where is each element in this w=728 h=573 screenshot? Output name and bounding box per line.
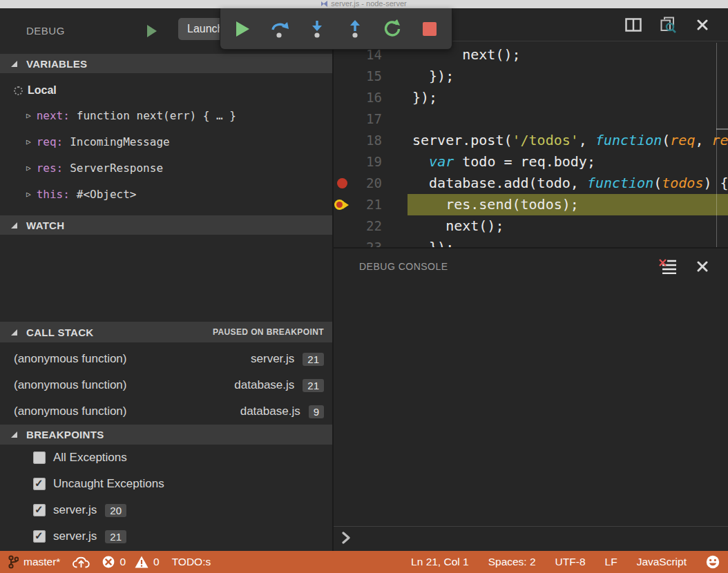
language-mode[interactable]: JavaScript — [637, 556, 687, 568]
code-text: }); — [408, 237, 728, 247]
watch-label: WATCH — [26, 220, 64, 231]
code-text: next(); — [408, 215, 728, 237]
status-bar: master* 0 0 TODO:s Ln 21, Col 1 Spaces: … — [0, 551, 728, 573]
variable-row[interactable]: next: function next(err) { … } — [0, 102, 334, 128]
breakpoint-checkbox[interactable] — [33, 478, 46, 490]
stack-frame-row[interactable]: (anonymous function) server.js 21 — [0, 346, 334, 372]
step-over-icon[interactable] — [267, 17, 292, 41]
gutter-space — [334, 237, 350, 247]
gutter-space — [334, 66, 350, 87]
restart-icon[interactable] — [380, 17, 405, 41]
breakpoint-label: Uncaught Exceptions — [53, 477, 164, 491]
variable-row[interactable]: res: ServerResponse — [0, 155, 334, 181]
code-line[interactable]: 18server.post('/todos', function(req, re… — [334, 130, 728, 151]
breakpoint-icon[interactable] — [334, 173, 350, 194]
todo-counter[interactable]: TODO:s — [172, 556, 211, 568]
code-line[interactable]: 16}); — [334, 87, 728, 108]
window-title: server.js - node-server — [331, 0, 406, 8]
gutter-space — [334, 130, 350, 151]
eol-selector[interactable]: LF — [605, 556, 617, 568]
code-lines: 14 next();15 });16});1718server.post('/t… — [334, 41, 728, 247]
paused-status-badge: PAUSED ON BREAKPOINT — [213, 327, 324, 337]
line-number: 23 — [350, 237, 382, 247]
code-line[interactable]: 19 var todo = req.body; — [334, 151, 728, 173]
debug-toolbar — [220, 8, 452, 50]
call-stack-list: (anonymous function) server.js 21 (anony… — [0, 342, 334, 425]
close-icon[interactable] — [693, 16, 711, 34]
loading-spinner-icon — [14, 86, 23, 95]
variable-name: res: — [37, 162, 64, 175]
twistie-icon — [11, 222, 17, 229]
code-line[interactable]: 21 res.send(todos); — [334, 194, 728, 215]
breakpoint-row[interactable]: All Exceptions — [0, 445, 334, 471]
debug-console-panel: DEBUG CONSOLE — [334, 247, 728, 551]
continue-icon[interactable] — [230, 17, 255, 41]
paused-breakpoint-icon[interactable] — [334, 194, 350, 215]
breakpoint-row[interactable]: server.js 20 — [0, 497, 334, 523]
scope-row[interactable]: Local — [0, 79, 334, 102]
watch-section-header[interactable]: WATCH — [0, 215, 334, 235]
git-branch-item[interactable]: master* — [8, 555, 60, 569]
variable-value: function next(err) { … } — [77, 109, 236, 122]
call-stack-label: CALL STACK — [26, 327, 93, 338]
indentation[interactable]: Spaces: 2 — [488, 556, 536, 568]
variable-row[interactable]: this: #<Object> — [0, 181, 334, 207]
code-line[interactable]: 15 }); — [334, 66, 728, 87]
call-stack-section-header[interactable]: CALL STACK PAUSED ON BREAKPOINT — [0, 322, 334, 342]
gutter-space — [334, 151, 350, 173]
frame-name: (anonymous function) — [14, 352, 126, 366]
encoding[interactable]: UTF-8 — [555, 556, 586, 568]
sync-item[interactable] — [73, 556, 90, 568]
error-icon — [102, 556, 115, 568]
stack-frame-row[interactable]: (anonymous function) database.js 21 — [0, 372, 334, 398]
code-line[interactable]: 17 — [334, 108, 728, 130]
variable-value: IncomingMessage — [70, 135, 170, 148]
code-line[interactable]: 23 }); — [334, 237, 728, 247]
breakpoint-line-badge: 20 — [105, 504, 126, 517]
scrollbar-marker — [716, 128, 728, 130]
problems-item[interactable]: 0 0 — [102, 556, 159, 568]
breakpoint-checkbox[interactable] — [33, 451, 46, 464]
expand-arrow-icon[interactable] — [26, 137, 31, 146]
clear-console-icon[interactable] — [659, 258, 677, 275]
cursor-position[interactable]: Ln 21, Col 1 — [411, 556, 469, 568]
code-line[interactable]: 22 next(); — [334, 215, 728, 237]
feedback-smiley-icon[interactable] — [706, 555, 720, 569]
variables-list: Local next: function next(err) { … } req… — [0, 73, 334, 215]
frame-file: database.js — [240, 405, 300, 418]
variables-section-header[interactable]: VARIABLES — [0, 54, 334, 73]
frame-line-badge: 21 — [303, 353, 324, 366]
variable-name: req: — [37, 135, 64, 148]
expand-arrow-icon[interactable] — [26, 111, 31, 120]
gutter-space — [334, 108, 350, 130]
code-text: next(); — [408, 44, 728, 66]
editor-scrollbar[interactable] — [716, 43, 717, 247]
debug-console-title: DEBUG CONSOLE — [359, 261, 448, 272]
breakpoint-label: server.js — [53, 503, 97, 517]
console-prompt-icon — [342, 532, 350, 547]
frame-file: database.js — [234, 378, 294, 392]
preview-icon[interactable] — [659, 16, 677, 34]
step-into-icon[interactable] — [305, 17, 329, 41]
breakpoint-row[interactable]: Uncaught Exceptions — [0, 471, 334, 497]
stack-frame-row[interactable]: (anonymous function) database.js 9 — [0, 398, 334, 425]
close-icon[interactable] — [693, 258, 711, 275]
breakpoints-section-header[interactable]: BREAKPOINTS — [0, 425, 334, 445]
breakpoint-row[interactable]: server.js 21 — [0, 523, 334, 550]
code-line[interactable]: 20 database.add(todo, function(todos) { — [334, 173, 728, 194]
split-editor-icon[interactable] — [624, 16, 642, 34]
start-debug-icon[interactable] — [147, 25, 157, 37]
breakpoint-checkbox[interactable] — [33, 504, 46, 516]
expand-arrow-icon[interactable] — [26, 164, 31, 173]
breakpoint-checkbox[interactable] — [33, 530, 46, 543]
cloud-upload-icon — [73, 556, 90, 568]
variable-row[interactable]: req: IncomingMessage — [0, 128, 334, 155]
console-input[interactable] — [334, 526, 728, 551]
step-out-icon[interactable] — [343, 17, 367, 41]
line-number: 17 — [350, 108, 382, 130]
stop-icon[interactable] — [417, 17, 442, 41]
gutter-space — [334, 215, 350, 237]
expand-arrow-icon[interactable] — [26, 190, 31, 199]
vscode-window: server.js - node-server DEBUG Launch VAR… — [0, 0, 728, 573]
variables-label: VARIABLES — [26, 58, 87, 70]
